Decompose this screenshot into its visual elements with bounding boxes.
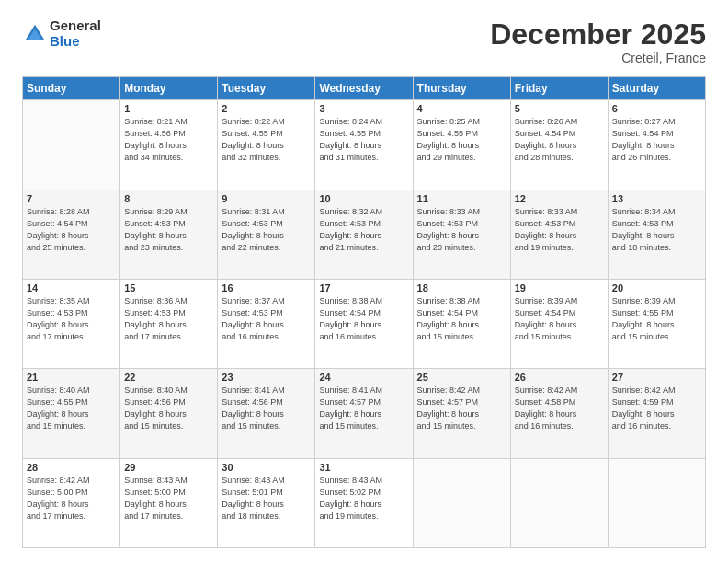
- weekday-header-sunday: Sunday: [23, 77, 120, 100]
- sunset-text: Sunset: 4:54 PM: [319, 307, 408, 319]
- daylight-text-cont: and 17 minutes.: [124, 331, 213, 343]
- weekday-header-thursday: Thursday: [413, 77, 510, 100]
- day-info: Sunrise: 8:40 AMSunset: 4:55 PMDaylight:…: [27, 385, 116, 432]
- logo-blue: Blue: [50, 34, 101, 50]
- sunset-text: Sunset: 4:53 PM: [124, 218, 213, 230]
- weekday-header-saturday: Saturday: [608, 77, 705, 100]
- sunrise-text: Sunrise: 8:33 AM: [515, 206, 604, 218]
- daylight-text-cont: and 18 minutes.: [222, 511, 311, 523]
- sunrise-text: Sunrise: 8:33 AM: [417, 206, 506, 218]
- calendar-cell: 15Sunrise: 8:36 AMSunset: 4:53 PMDayligh…: [120, 279, 218, 368]
- daylight-text: Daylight: 8 hours: [515, 140, 604, 152]
- daylight-text: Daylight: 8 hours: [417, 319, 506, 331]
- daylight-text: Daylight: 8 hours: [319, 319, 408, 331]
- daylight-text: Daylight: 8 hours: [417, 140, 506, 152]
- location-subtitle: Creteil, France: [490, 51, 706, 65]
- daylight-text: Daylight: 8 hours: [515, 230, 604, 242]
- calendar-cell: 25Sunrise: 8:42 AMSunset: 4:57 PMDayligh…: [413, 369, 510, 458]
- day-number: 21: [27, 372, 116, 383]
- daylight-text-cont: and 18 minutes.: [612, 242, 701, 254]
- day-number: 14: [27, 282, 116, 293]
- sunset-text: Sunset: 4:54 PM: [417, 307, 506, 319]
- day-number: 6: [612, 103, 701, 114]
- day-info: Sunrise: 8:32 AMSunset: 4:53 PMDaylight:…: [319, 206, 408, 254]
- day-number: 9: [222, 193, 311, 204]
- sunrise-text: Sunrise: 8:39 AM: [515, 295, 604, 307]
- calendar-cell: 3Sunrise: 8:24 AMSunset: 4:55 PMDaylight…: [315, 100, 413, 190]
- sunrise-text: Sunrise: 8:31 AM: [222, 206, 311, 218]
- daylight-text-cont: and 16 minutes.: [222, 331, 311, 343]
- daylight-text-cont: and 15 minutes.: [319, 420, 408, 432]
- calendar-cell: 14Sunrise: 8:35 AMSunset: 4:53 PMDayligh…: [23, 279, 120, 368]
- daylight-text-cont: and 15 minutes.: [27, 420, 116, 432]
- daylight-text: Daylight: 8 hours: [27, 499, 116, 511]
- calendar-cell: 11Sunrise: 8:33 AMSunset: 4:53 PMDayligh…: [413, 190, 510, 279]
- day-number: 27: [612, 372, 701, 383]
- daylight-text: Daylight: 8 hours: [612, 408, 701, 420]
- daylight-text-cont: and 22 minutes.: [222, 242, 311, 254]
- calendar-cell: 12Sunrise: 8:33 AMSunset: 4:53 PMDayligh…: [510, 190, 608, 279]
- daylight-text: Daylight: 8 hours: [417, 408, 506, 420]
- day-number: 20: [612, 282, 701, 293]
- sunrise-text: Sunrise: 8:27 AM: [612, 116, 701, 128]
- daylight-text: Daylight: 8 hours: [319, 140, 408, 152]
- sunrise-text: Sunrise: 8:42 AM: [417, 385, 506, 396]
- day-info: Sunrise: 8:43 AMSunset: 5:01 PMDaylight:…: [222, 475, 311, 523]
- sunrise-text: Sunrise: 8:28 AM: [27, 206, 116, 218]
- day-info: Sunrise: 8:38 AMSunset: 4:54 PMDaylight:…: [417, 295, 506, 343]
- calendar-cell: 22Sunrise: 8:40 AMSunset: 4:56 PMDayligh…: [120, 369, 218, 458]
- day-number: 12: [515, 193, 604, 204]
- day-number: 29: [124, 462, 213, 473]
- day-info: Sunrise: 8:26 AMSunset: 4:54 PMDaylight:…: [515, 116, 604, 164]
- day-number: 18: [417, 282, 506, 293]
- sunrise-text: Sunrise: 8:42 AM: [515, 385, 604, 396]
- day-number: 1: [124, 103, 213, 114]
- daylight-text: Daylight: 8 hours: [124, 140, 213, 152]
- daylight-text: Daylight: 8 hours: [515, 408, 604, 420]
- day-number: 23: [222, 372, 311, 383]
- sunrise-text: Sunrise: 8:25 AM: [417, 116, 506, 128]
- header: General Blue December 2025 Creteil, Fran…: [22, 18, 706, 65]
- day-info: Sunrise: 8:43 AMSunset: 5:02 PMDaylight:…: [319, 475, 408, 523]
- day-number: 13: [612, 193, 701, 204]
- sunset-text: Sunset: 4:55 PM: [612, 307, 701, 319]
- calendar-cell: 2Sunrise: 8:22 AMSunset: 4:55 PMDaylight…: [218, 100, 315, 190]
- day-info: Sunrise: 8:39 AMSunset: 4:55 PMDaylight:…: [612, 295, 701, 343]
- sunrise-text: Sunrise: 8:37 AM: [222, 295, 311, 307]
- sunset-text: Sunset: 4:53 PM: [222, 307, 311, 319]
- weekday-header-friday: Friday: [510, 77, 608, 100]
- daylight-text-cont: and 19 minutes.: [319, 511, 408, 523]
- sunrise-text: Sunrise: 8:38 AM: [417, 295, 506, 307]
- sunset-text: Sunset: 4:56 PM: [124, 396, 213, 408]
- daylight-text: Daylight: 8 hours: [124, 408, 213, 420]
- calendar-cell: 27Sunrise: 8:42 AMSunset: 4:59 PMDayligh…: [608, 369, 705, 458]
- day-info: Sunrise: 8:41 AMSunset: 4:57 PMDaylight:…: [319, 385, 408, 432]
- calendar-cell: 28Sunrise: 8:42 AMSunset: 5:00 PMDayligh…: [23, 458, 120, 547]
- page: General Blue December 2025 Creteil, Fran…: [0, 0, 728, 563]
- calendar-cell: 18Sunrise: 8:38 AMSunset: 4:54 PMDayligh…: [413, 279, 510, 368]
- daylight-text-cont: and 15 minutes.: [417, 331, 506, 343]
- daylight-text: Daylight: 8 hours: [319, 499, 408, 511]
- daylight-text: Daylight: 8 hours: [612, 140, 701, 152]
- sunrise-text: Sunrise: 8:43 AM: [222, 475, 311, 487]
- sunset-text: Sunset: 4:54 PM: [515, 307, 604, 319]
- sunset-text: Sunset: 4:58 PM: [515, 396, 604, 408]
- calendar-cell: 1Sunrise: 8:21 AMSunset: 4:56 PMDaylight…: [120, 100, 218, 190]
- calendar-cell: 5Sunrise: 8:26 AMSunset: 4:54 PMDaylight…: [510, 100, 608, 190]
- day-number: 2: [222, 103, 311, 114]
- daylight-text: Daylight: 8 hours: [222, 230, 311, 242]
- sunrise-text: Sunrise: 8:26 AM: [515, 116, 604, 128]
- sunrise-text: Sunrise: 8:24 AM: [319, 116, 408, 128]
- sunset-text: Sunset: 4:56 PM: [124, 128, 213, 140]
- daylight-text-cont: and 17 minutes.: [27, 331, 116, 343]
- calendar-cell: [510, 458, 608, 547]
- day-info: Sunrise: 8:31 AMSunset: 4:53 PMDaylight:…: [222, 206, 311, 254]
- daylight-text-cont: and 17 minutes.: [27, 511, 116, 523]
- daylight-text: Daylight: 8 hours: [124, 319, 213, 331]
- logo-text: General Blue: [50, 18, 101, 49]
- daylight-text-cont: and 34 minutes.: [124, 152, 213, 164]
- daylight-text: Daylight: 8 hours: [222, 499, 311, 511]
- day-info: Sunrise: 8:36 AMSunset: 4:53 PMDaylight:…: [124, 295, 213, 343]
- sunset-text: Sunset: 5:00 PM: [27, 487, 116, 499]
- day-info: Sunrise: 8:39 AMSunset: 4:54 PMDaylight:…: [515, 295, 604, 343]
